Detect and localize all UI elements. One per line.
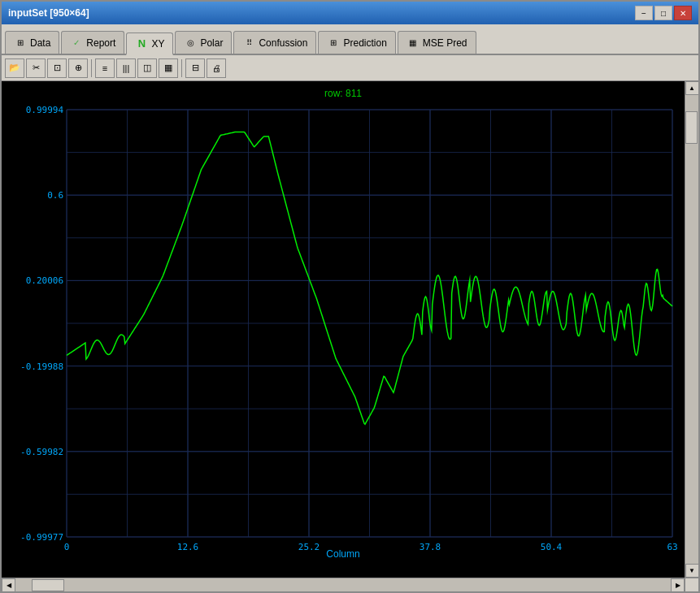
- scroll-thumb-h[interactable]: [32, 579, 64, 591]
- toolbar-btn-10[interactable]: 🖨: [207, 58, 226, 78]
- tab-report-label: Report: [86, 37, 115, 49]
- msepred-tab-icon: ▦: [407, 37, 420, 50]
- scroll-thumb-v[interactable]: [685, 111, 698, 144]
- toolbar-btn-3[interactable]: ⊡: [47, 58, 67, 78]
- tab-data-label: Data: [30, 37, 50, 49]
- window-title: inputSet [950×64]: [8, 7, 89, 19]
- tab-prediction[interactable]: ⊞ Prediction: [318, 31, 395, 54]
- x-axis-title: Column: [2, 548, 685, 560]
- tab-polar-label: Polar: [200, 37, 223, 49]
- title-bar: inputSet [950×64] − □ ✕: [2, 2, 698, 24]
- toolbar-btn-5[interactable]: ≡: [95, 58, 115, 78]
- toolbar-btn-7[interactable]: ◫: [137, 58, 157, 78]
- prediction-tab-icon: ⊞: [327, 37, 340, 50]
- tab-msepred-label: MSE Pred: [423, 37, 467, 49]
- tab-bar: ⊞ Data ✓ Report N XY ◎ Polar ⠿ Confussio…: [2, 24, 698, 55]
- toolbar-btn-2[interactable]: ✂: [26, 58, 46, 78]
- chart-area: row: 811 Column ▲ ▼: [2, 81, 698, 578]
- tab-data[interactable]: ⊞ Data: [5, 31, 59, 54]
- scroll-down-button[interactable]: ▼: [685, 564, 699, 578]
- tab-confussion-label: Confussion: [259, 37, 307, 49]
- toolbar-btn-9[interactable]: ⊟: [185, 58, 205, 78]
- toolbar-btn-6[interactable]: |||: [116, 58, 136, 78]
- xy-tab-icon: N: [135, 37, 148, 50]
- horizontal-scrollbar[interactable]: ◀ ▶: [2, 578, 685, 591]
- toolbar-btn-4[interactable]: ⊕: [68, 58, 88, 78]
- report-tab-icon: ✓: [70, 37, 83, 50]
- bottom-bar: ◀ ▶: [2, 578, 698, 591]
- window-controls: − □ ✕: [635, 6, 692, 20]
- vertical-scrollbar[interactable]: ▲ ▼: [685, 81, 698, 578]
- toolbar-btn-1[interactable]: 📂: [5, 58, 24, 78]
- main-window: inputSet [950×64] − □ ✕ ⊞ Data ✓ Report …: [0, 0, 700, 593]
- scroll-track-v[interactable]: [685, 95, 698, 564]
- maximize-button[interactable]: □: [654, 6, 672, 20]
- tab-confussion[interactable]: ⠿ Confussion: [233, 31, 316, 54]
- tab-report[interactable]: ✓ Report: [61, 31, 124, 54]
- tab-xy[interactable]: N XY: [126, 32, 173, 55]
- tab-polar[interactable]: ◎ Polar: [175, 31, 232, 54]
- polar-tab-icon: ◎: [184, 37, 197, 50]
- corner-box: [685, 578, 698, 591]
- minimize-button[interactable]: −: [635, 6, 653, 20]
- tab-msepred[interactable]: ▦ MSE Pred: [398, 31, 476, 54]
- scroll-up-button[interactable]: ▲: [685, 81, 699, 95]
- toolbar-btn-8[interactable]: ▦: [159, 58, 178, 78]
- toolbar-sep-1: [91, 59, 92, 77]
- scroll-left-button[interactable]: ◀: [2, 578, 15, 592]
- data-tab-icon: ⊞: [14, 37, 27, 50]
- chart-container: row: 811 Column: [2, 81, 685, 578]
- tab-xy-label: XY: [151, 38, 164, 50]
- confussion-tab-icon: ⠿: [242, 37, 255, 50]
- scroll-right-button[interactable]: ▶: [671, 578, 685, 592]
- toolbar-sep-2: [181, 59, 182, 77]
- chart-canvas: [2, 81, 685, 578]
- scroll-track-h[interactable]: [15, 578, 671, 591]
- toolbar: 📂 ✂ ⊡ ⊕ ≡ ||| ◫ ▦ ⊟ 🖨: [2, 55, 698, 81]
- close-button[interactable]: ✕: [674, 6, 692, 20]
- tab-prediction-label: Prediction: [343, 37, 386, 49]
- row-label: row: 811: [2, 88, 685, 99]
